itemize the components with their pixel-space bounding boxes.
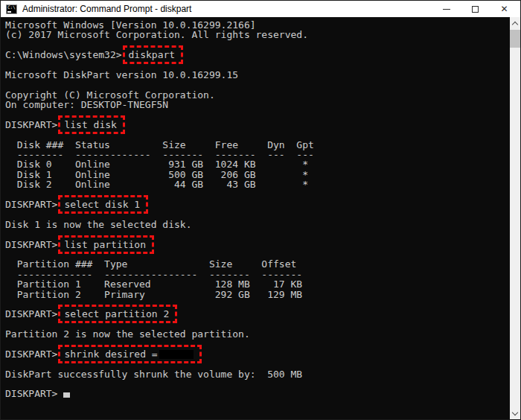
minimize-button[interactable]: [432, 1, 461, 17]
highlighted-command: diskpart: [123, 45, 184, 64]
chevron-down-icon: [512, 409, 518, 415]
console-line: Disk 1 is now the selected disk.: [5, 220, 510, 229]
console-line: [5, 379, 510, 389]
console-line: DiskPart successfully shrunk the volume …: [5, 369, 510, 379]
scroll-up-button[interactable]: [510, 17, 520, 29]
console-line: DISKPART>: [5, 389, 510, 398]
console-line: -------- ------------- ------- ------- -…: [5, 150, 510, 159]
console-line: Disk 1 Online 500 GB 206 GB *: [5, 170, 510, 179]
highlighted-command: shrink desired =: [58, 345, 201, 363]
prompt: DISKPART>: [5, 308, 57, 319]
console-line: Disk 0 Online 931 GB 1024 KB *: [5, 159, 510, 169]
console-line: DISKPART>list partition: [5, 240, 510, 249]
close-icon: ✕: [500, 4, 508, 13]
console-line: DISKPART>shrink desired =: [5, 349, 510, 359]
maximize-icon: [472, 6, 479, 13]
command-prompt-window: C:\ Administrator: Command Prompt - disk…: [0, 0, 521, 420]
chevron-up-icon: [512, 21, 518, 27]
redacted-value: [159, 350, 194, 359]
console-line: DISKPART>select disk 1: [5, 200, 510, 209]
prompt: C:\Windows\system32>: [5, 49, 122, 60]
window-controls: ✕: [432, 1, 519, 17]
console-line: Disk 2 Online 44 GB 43 GB *: [5, 179, 510, 189]
prompt: DISKPART>: [5, 119, 57, 130]
console-line: DISKPART>list disk: [5, 120, 510, 130]
window-title: Administrator: Command Prompt - diskpart: [22, 4, 432, 14]
scroll-down-button[interactable]: [510, 407, 520, 419]
console-line: Partition 2 Primary 292 GB 129 MB: [5, 290, 510, 299]
close-button[interactable]: ✕: [490, 1, 519, 17]
console-line: C:\Windows\system32>diskpart: [5, 50, 510, 60]
console-line: Partition ### Type Size Offset: [5, 259, 510, 269]
console-line: DISKPART>select partition 2: [5, 309, 510, 319]
console-line: Partition 1 Reserved 128 MB 17 KB: [5, 279, 510, 289]
prompt: DISKPART>: [5, 388, 63, 399]
highlighted-command: list partition: [58, 235, 154, 254]
prompt: DISKPART>: [5, 349, 57, 360]
minimize-icon: [443, 9, 450, 10]
console-line: [5, 80, 510, 89]
console-output[interactable]: Microsoft Windows [Version 10.0.16299.21…: [1, 17, 510, 419]
console-line: Copyright (C) Microsoft Corporation.: [5, 90, 510, 100]
cmd-icon-cursor: [7, 11, 11, 13]
prompt: DISKPART>: [5, 199, 57, 210]
console-line: ------------- ---------------- ------- -…: [5, 270, 510, 279]
scrollbar-thumb[interactable]: [510, 30, 520, 48]
text-cursor: [63, 392, 70, 398]
vertical-scrollbar[interactable]: [510, 17, 520, 419]
console-line: On computer: DESKTOP-TNEGF5N: [5, 100, 510, 109]
cmd-icon-text: C:\: [7, 5, 16, 10]
console-line: (c) 2017 Microsoft Corporation. All righ…: [5, 30, 510, 39]
prompt: DISKPART>: [5, 239, 57, 250]
console-line: Microsoft Windows [Version 10.0.16299.21…: [5, 20, 510, 30]
highlighted-command: list disk: [58, 115, 124, 134]
console-line: Disk ### Status Size Free Dyn Gpt: [5, 140, 510, 150]
console-line: [5, 60, 510, 70]
console-line: Microsoft DiskPart version 10.0.16299.15: [5, 70, 510, 80]
cmd-icon: C:\: [6, 4, 17, 14]
highlighted-command: select disk 1: [58, 195, 148, 214]
maximize-button[interactable]: [461, 1, 490, 17]
console-line: Partition 2 is now the selected partitio…: [5, 329, 510, 339]
highlighted-command: select partition 2: [58, 305, 177, 323]
title-bar: C:\ Administrator: Command Prompt - disk…: [1, 1, 520, 17]
window-content: Microsoft Windows [Version 10.0.16299.21…: [1, 17, 520, 419]
